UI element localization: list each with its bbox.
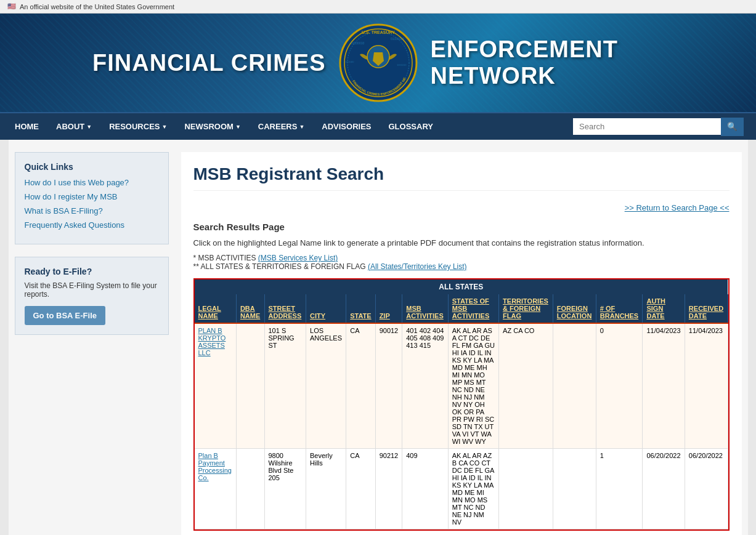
- received-date-cell: 11/04/2023: [685, 323, 728, 449]
- svg-text:U.S. TREASURY: U.S. TREASURY: [362, 30, 395, 34]
- city-cell: LOS ANGELES: [306, 323, 346, 449]
- about-dropdown-arrow: ▼: [86, 124, 92, 130]
- nav-careers[interactable]: CAREERS ▼: [250, 113, 314, 140]
- newsroom-dropdown-arrow: ▼: [235, 124, 241, 130]
- description-text: Click on the highlighted Legal Name link…: [193, 238, 730, 247]
- banner-right: ENFORCEMENT NETWORK: [418, 36, 744, 89]
- return-link[interactable]: >> Return to Search Page <<: [625, 203, 730, 212]
- states-cell: AK AL AR AS A CT DC DE FL FM GA GU HI IA…: [448, 323, 498, 449]
- col-auth-sign-date: AUTH SIGN DATE: [643, 294, 685, 323]
- treasury-seal: U.S. TREASURY 01100010 01101001 0110100 …: [338, 23, 418, 103]
- footnotes: * MSB ACTIVITIES (MSB Services Key List)…: [193, 254, 730, 271]
- sidebar-link-howto[interactable]: How do I use this Web page?: [25, 178, 159, 187]
- quicklinks-title: Quick Links: [25, 162, 159, 172]
- efile-button[interactable]: Go to BSA E-File: [25, 306, 106, 325]
- dba-name-cell: [236, 323, 264, 449]
- search-icon: 🔍: [727, 122, 738, 131]
- top-bar: 🇺🇸 An official website of the United Sta…: [0, 0, 756, 14]
- street-cell: 101 S SPRING ST: [264, 323, 306, 449]
- received-date-cell: 06/20/2022: [685, 449, 728, 529]
- col-dba-name: DBA NAME: [236, 294, 264, 323]
- svg-text:01101001: 01101001: [391, 37, 404, 41]
- col-zip: ZIP: [375, 294, 402, 323]
- nav-bar: HOME ABOUT ▼ RESOURCES ▼ NEWSROOM ▼ CARE…: [0, 112, 756, 140]
- search-input[interactable]: [573, 118, 721, 135]
- col-legal-name: LEGAL NAME: [195, 294, 237, 323]
- quicklinks-box: Quick Links How do I use this Web page? …: [15, 152, 169, 244]
- col-states-msb: STATES OF MSB ACTIVITIES: [448, 294, 498, 323]
- banner-right-title: ENFORCEMENT NETWORK: [431, 36, 744, 89]
- efile-title: Ready to E-File?: [25, 267, 159, 276]
- results-table-wrapper: ALL STATES LEGAL NAME DBA NAME STREET AD…: [193, 278, 730, 531]
- all-states-header: ALL STATES: [195, 280, 728, 294]
- zip-cell: 90012: [375, 323, 402, 449]
- territories-cell: [499, 449, 553, 529]
- footnote1: * MSB ACTIVITIES (MSB Services Key List): [193, 254, 730, 262]
- col-state: STATE: [346, 294, 375, 323]
- svg-text:1001010: 1001010: [397, 63, 407, 66]
- state-cell: CA: [346, 323, 375, 449]
- territories-cell: AZ CA CO: [499, 323, 553, 449]
- banner-left-title: FINANCIAL CRIMES: [12, 50, 326, 76]
- legal-name-cell: Plan B Payment Processing Co.: [195, 449, 237, 529]
- legal-name-link[interactable]: Plan B Payment Processing Co.: [198, 452, 232, 481]
- all-states-key-link[interactable]: (All States/Territories Key List): [368, 262, 467, 271]
- efile-box: Ready to E-File? Visit the BSA E-Filing …: [15, 257, 169, 335]
- state-cell: CA: [346, 449, 375, 529]
- return-link-container: >> Return to Search Page <<: [193, 203, 730, 212]
- table-row: PLAN B KRYPTO ASSETS LLC101 S SPRING STL…: [195, 323, 728, 449]
- banner-left: FINANCIAL CRIMES: [12, 50, 338, 76]
- nav-about[interactable]: ABOUT ▼: [47, 113, 100, 140]
- section-title: Search Results Page: [193, 222, 730, 232]
- msb-activities-cell: 401 402 404 405 408 409 413 415: [402, 323, 449, 449]
- efile-text: Visit the BSA E-Filing System to file yo…: [25, 281, 159, 299]
- table-row: Plan B Payment Processing Co.9800 Wilshi…: [195, 449, 728, 529]
- official-text: An official website of the United States…: [20, 3, 174, 10]
- main-layout: Quick Links How do I use this Web page? …: [9, 140, 748, 535]
- col-msb-activities: MSB ACTIVITIES: [402, 294, 449, 323]
- svg-text:0110100: 0110100: [344, 60, 354, 63]
- results-table: ALL STATES LEGAL NAME DBA NAME STREET AD…: [195, 280, 728, 529]
- nav-newsroom[interactable]: NEWSROOM ▼: [176, 113, 249, 140]
- nav-advisories[interactable]: ADVISORIES: [313, 113, 380, 140]
- col-foreign-location: FOREIGN LOCATION: [553, 294, 596, 323]
- nav-resources[interactable]: RESOURCES ▼: [100, 113, 176, 140]
- branches-cell: 1: [596, 449, 643, 529]
- header-banner: FINANCIAL CRIMES U.S. TREASURY 01100010 …: [0, 14, 756, 112]
- search-button[interactable]: 🔍: [721, 118, 744, 136]
- col-city: CITY: [306, 294, 346, 323]
- col-received-date: RECEIVED DATE: [685, 294, 728, 323]
- sidebar-link-register[interactable]: How do I register My MSB: [25, 192, 159, 201]
- sidebar: Quick Links How do I use this Web page? …: [15, 152, 169, 535]
- auth-sign-date-cell: 11/04/2023: [643, 323, 685, 449]
- msb-activities-cell: 409: [402, 449, 449, 529]
- legal-name-cell: PLAN B KRYPTO ASSETS LLC: [195, 323, 237, 449]
- zip-cell: 90212: [375, 449, 402, 529]
- sidebar-link-bsa[interactable]: What is BSA E-Filing?: [25, 206, 159, 215]
- search-bar: 🔍: [573, 118, 744, 136]
- dba-name-cell: [236, 449, 264, 529]
- col-territories: TERRITORIES & FOREIGN FLAG: [499, 294, 553, 323]
- msb-services-key-link[interactable]: (MSB Services Key List): [258, 254, 338, 262]
- careers-dropdown-arrow: ▼: [299, 124, 304, 130]
- sidebar-link-faq[interactable]: Frequently Asked Questions: [25, 220, 159, 230]
- city-cell: Beverly Hills: [306, 449, 346, 529]
- legal-name-link[interactable]: PLAN B KRYPTO ASSETS LLC: [198, 327, 232, 356]
- street-cell: 9800 Wilshire Blvd Ste 205: [264, 449, 306, 529]
- nav-home[interactable]: HOME: [6, 113, 47, 140]
- auth-sign-date-cell: 06/20/2022: [643, 449, 685, 529]
- foreign-location-cell: [553, 449, 596, 529]
- page-title: MSB Registrant Search: [193, 164, 730, 191]
- foreign-location-cell: [553, 323, 596, 449]
- footnote2: ** ALL STATES & TERRITORIES & FOREIGN FL…: [193, 262, 730, 271]
- nav-glossary[interactable]: GLOSSARY: [380, 113, 441, 140]
- branches-cell: 0: [596, 323, 643, 449]
- col-branches: # OF BRANCHES: [596, 294, 643, 323]
- col-street: STREET ADDRESS: [264, 294, 306, 323]
- content-area: MSB Registrant Search >> Return to Searc…: [181, 152, 742, 535]
- resources-dropdown-arrow: ▼: [162, 124, 168, 130]
- us-flag-icon: 🇺🇸: [7, 2, 16, 10]
- states-cell: AK AL AR AZ B CA CO CT DC DE FL GA HI IA…: [448, 449, 498, 529]
- svg-text:01100010: 01100010: [351, 41, 364, 45]
